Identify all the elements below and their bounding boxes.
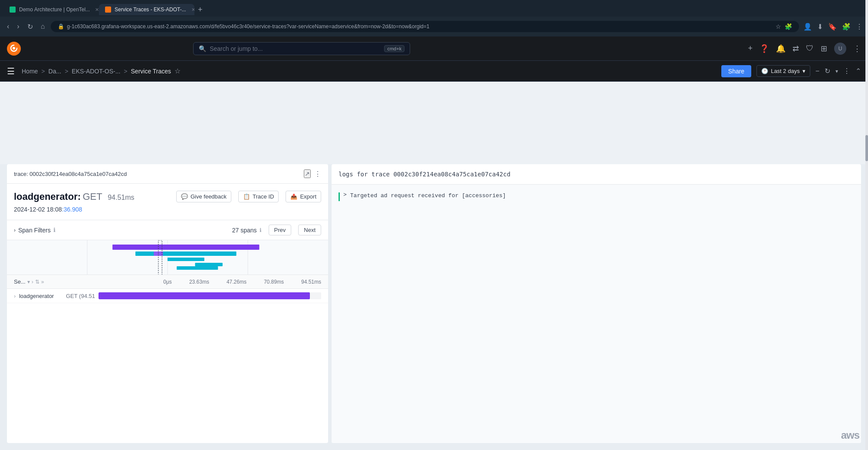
grafana-logo[interactable]: [7, 42, 21, 56]
copy-icon: 📋: [243, 193, 250, 200]
span-filters-toggle[interactable]: › Span Filters ℹ: [14, 227, 56, 234]
zoom-out-button[interactable]: −: [815, 67, 819, 75]
trace-title: trace: 0002c30f214ea08c4a75ca1e07ca42cd: [14, 171, 300, 177]
span-collapse-icon: ›: [14, 293, 16, 299]
help-button[interactable]: ❓: [760, 44, 769, 53]
more-options-button[interactable]: ⋮: [843, 67, 850, 75]
time-range-label: Last 2 days: [771, 68, 800, 74]
breadcrumb-current: Service Traces: [131, 68, 171, 75]
svg-rect-13: [181, 258, 204, 261]
svg-rect-8: [112, 245, 259, 250]
new-tab-button[interactable]: +: [194, 5, 206, 14]
reload-button[interactable]: ↻: [26, 21, 35, 33]
col-sort-skip[interactable]: »: [41, 279, 44, 285]
apps-button[interactable]: ⊞: [821, 44, 827, 53]
span-service-text: › loadgenerator: [14, 293, 66, 299]
plus-button[interactable]: +: [748, 44, 753, 53]
grafana-top-bar: 🔍 Search or jump to... cmd+k + ❓ 🔔 ⇄ 🛡 ⊞…: [0, 36, 868, 61]
tab-service-label: Service Traces - EKS-ADOT-...: [115, 7, 186, 13]
refresh-button[interactable]: ↻: [825, 67, 830, 75]
export-label: Export: [300, 193, 316, 200]
address-text: g-1c630ac683.grafana-workspace.us-east-2…: [67, 23, 429, 30]
panels-row: trace: 0002c30f214ea08c4a75ca1e07ca42cd …: [0, 164, 868, 450]
trace-timestamp: 2024-12-02 18:08:36.908: [14, 206, 321, 213]
col-sort-down[interactable]: ▾: [27, 279, 30, 285]
col-sort-right[interactable]: ›: [32, 279, 33, 285]
svg-point-1: [106, 7, 110, 12]
prev-button[interactable]: Prev: [269, 225, 292, 235]
tab-demo-label: Demo Architecture | OpenTel...: [19, 7, 90, 13]
ext-icon[interactable]: 🧩: [842, 23, 851, 31]
shield-button[interactable]: 🛡: [806, 44, 814, 53]
feedback-button[interactable]: 💬 Give feedback: [176, 191, 231, 202]
star-icon[interactable]: ☆: [776, 23, 781, 30]
home-button[interactable]: ⌂: [39, 21, 47, 32]
span-row-loadgenerator[interactable]: › loadgenerator GET (94.51: [7, 289, 328, 303]
clock-icon: 🕐: [761, 68, 768, 74]
span-count-info-icon: ℹ: [260, 227, 262, 233]
search-icon: 🔍: [199, 45, 206, 52]
trace-panel: trace: 0002c30f214ea08c4a75ca1e07ca42cd …: [7, 164, 328, 443]
favorite-button[interactable]: ☆: [174, 67, 181, 75]
breadcrumb-home[interactable]: Home: [22, 68, 38, 75]
notifications-button[interactable]: 🔔: [776, 44, 786, 53]
time-picker[interactable]: 🕐 Last 2 days ▾: [756, 65, 810, 77]
time-0: 0μs: [163, 279, 172, 285]
tab-service-traces[interactable]: Service Traces - EKS-ADOT-... ✕: [99, 4, 194, 15]
export-icon: 📤: [290, 193, 297, 200]
refresh-options-button[interactable]: ▾: [835, 68, 838, 74]
more-button[interactable]: ⋮: [853, 44, 861, 53]
logs-panel-header: logs for trace 0002c30f214ea08c4a75ca1e0…: [332, 164, 861, 185]
address-bar[interactable]: 🔒 g-1c630ac683.grafana-workspace.us-east…: [51, 21, 799, 32]
span-bar-container: [99, 292, 321, 299]
breadcrumb: Home > Da... > EKS-ADOT-OS-... > Service…: [22, 67, 181, 75]
breadcrumb-bar: ☰ Home > Da... > EKS-ADOT-OS-... > Servi…: [0, 61, 868, 82]
download-icon[interactable]: ⬇: [817, 23, 823, 31]
forward-button[interactable]: ›: [15, 21, 21, 32]
profile-icon[interactable]: 👤: [803, 23, 812, 31]
svg-rect-15: [177, 266, 218, 270]
chevron-down-icon: ▾: [802, 68, 806, 74]
address-icons: ☆ 🧩: [776, 23, 792, 30]
search-bar[interactable]: 🔍 Search or jump to... cmd+k: [193, 42, 410, 55]
menu-icon[interactable]: ⋮: [856, 23, 863, 31]
bookmark-icon[interactable]: 🔖: [828, 23, 837, 31]
hamburger-button[interactable]: ☰: [7, 66, 15, 76]
search-shortcut: cmd+k: [384, 45, 404, 52]
grafana-right-actions: + ❓ 🔔 ⇄ 🛡 ⊞ U ⋮: [748, 43, 861, 55]
next-button[interactable]: Next: [298, 225, 321, 235]
log-expand-icon[interactable]: >: [343, 192, 347, 198]
share-button[interactable]: Share: [721, 65, 751, 77]
svg-rect-14: [195, 263, 222, 266]
time-last: 94.51ms: [301, 279, 321, 285]
avatar[interactable]: U: [834, 43, 846, 55]
trace-menu-button[interactable]: ⋮: [314, 170, 321, 178]
address-bar-row: ‹ › ↻ ⌂ 🔒 g-1c630ac683.grafana-workspace…: [0, 17, 868, 36]
breadcrumb-sep-1: >: [41, 68, 45, 75]
collapse-button[interactable]: ⌃: [855, 67, 861, 75]
trace-info-top: loadgenerator: GET 94.51ms 💬 Give feedba…: [14, 191, 321, 202]
trace-info: loadgenerator: GET 94.51ms 💬 Give feedba…: [7, 184, 328, 220]
spans-table-header: Se... ▾ › ⇅ » 0μs 23.63ms 47.26ms 70.89m…: [7, 275, 328, 289]
breadcrumb-eks[interactable]: EKS-ADOT-OS-...: [72, 68, 120, 75]
svg-point-3: [13, 47, 15, 50]
col-sort-both[interactable]: ⇅: [35, 279, 39, 285]
span-bar: [99, 292, 310, 299]
tab-close-1[interactable]: ✕: [95, 7, 99, 13]
browser-actions: 👤 ⬇ 🔖 🧩 ⋮: [803, 23, 863, 31]
extensions-icon[interactable]: 🧩: [785, 23, 792, 30]
tab-close-2[interactable]: ✕: [191, 7, 194, 13]
back-button[interactable]: ‹: [5, 21, 11, 32]
feedback-icon: 💬: [181, 193, 188, 200]
sync-button[interactable]: ⇄: [792, 44, 799, 53]
browser-chrome: Demo Architecture | OpenTel... ✕ Service…: [0, 0, 868, 36]
trace-external-link-button[interactable]: ↗: [304, 169, 311, 178]
tab-bar: Demo Architecture | OpenTel... ✕ Service…: [0, 0, 868, 17]
main-content: trace: 0002c30f214ea08c4a75ca1e07ca42cd …: [0, 82, 868, 450]
breadcrumb-da[interactable]: Da...: [49, 68, 62, 75]
span-method-text: GET (94.51: [66, 293, 95, 299]
export-button[interactable]: 📤 Export: [286, 191, 321, 202]
tab-demo-architecture[interactable]: Demo Architecture | OpenTel... ✕: [3, 4, 99, 15]
span-service-name-text: loadgenerator: [19, 293, 54, 299]
trace-id-button[interactable]: 📋 Trace ID: [238, 191, 279, 202]
